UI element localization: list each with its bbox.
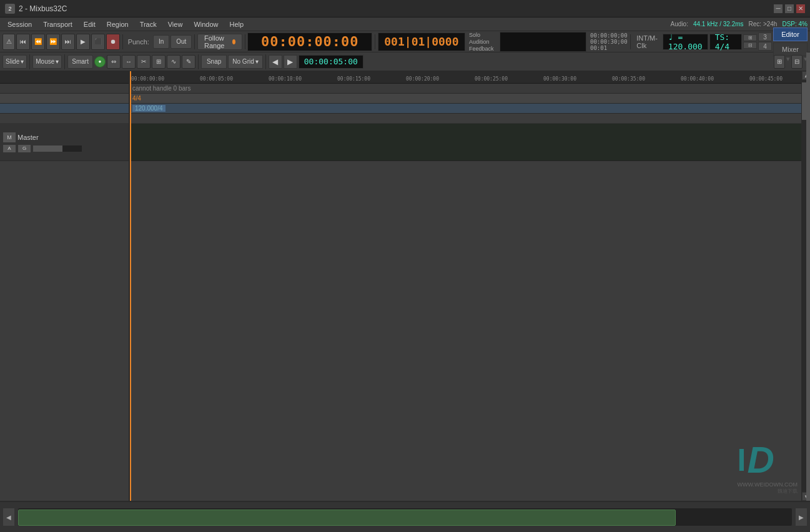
tb-btn-panic[interactable]: ⚠ [2,34,15,50]
tb-btn-back[interactable]: ⏪ [31,34,45,50]
scroll-left-arrow[interactable]: ◀ [2,508,15,526]
master-fader[interactable] [32,145,82,152]
scroll-track[interactable] [17,508,793,526]
watermark: I D WWW.WEIDOWN.COM 魏迪下载 [738,441,798,495]
tb-btn-stop[interactable]: ⬛ [91,34,105,50]
no-grid-select[interactable]: No Grid ▾ [228,55,262,69]
master-waveform-bg [130,124,801,160]
time-ruler-1: 00:00:00;00 [590,32,628,39]
watermark-logo: I D [738,441,798,479]
menu-region[interactable]: Region [102,19,134,29]
tb-btn-forward[interactable]: ⏩ [46,34,60,50]
master-top-row: M Master [2,132,82,143]
ruler-mark-0: 00:00:00:00 [131,76,164,82]
empty-track-row [130,114,801,124]
ruler-mark-5: 00:00:25:00 [475,76,508,82]
nav-next-button[interactable]: ▶ [284,55,297,69]
scroll-thumb[interactable] [18,510,676,526]
toolbar2: Slide ▾ Mouse ▾ Smart ● ⇔ ↔ ✂ ⊞ ∿ ✎ Snap… [0,52,810,71]
punch-out-button[interactable]: Out [170,35,192,49]
master-track-header: M Master A G [0,124,129,161]
menu-help[interactable]: Help [225,19,249,29]
feedback-label: Feedback [469,46,494,52]
timeline-ruler: 00:00:00:00 00:00:05:00 00:00:10:00 00:0… [130,71,801,84]
timeline-area: 00:00:00:00 00:00:05:00 00:00:10:00 00:0… [130,71,801,501]
green-mode-button[interactable]: ● [94,56,106,67]
minimize-button[interactable]: ─ [774,4,783,13]
view-btn-1[interactable]: ⊞ [774,55,785,69]
maximize-button[interactable]: □ [785,4,794,13]
separator7 [64,54,65,69]
master-g-button[interactable]: G [17,144,31,153]
num-4-button[interactable]: 4 [758,42,772,51]
mouse-mode-label: Mouse [36,58,54,65]
follow-range-label: Follow Range [204,34,230,49]
bars-beats-display: 001|01|0000 [378,32,465,51]
track-resize-handle[interactable] [806,52,810,501]
empty-track-header-1 [0,114,129,124]
main-editor: M Master A G [0,71,810,501]
punch-in-button[interactable]: In [153,35,169,49]
follow-range-indicator [232,39,235,44]
no-grid-label: No Grid [232,58,254,65]
slide-mode-select[interactable]: Slide ▾ [2,55,27,69]
watermark-i: I [738,445,746,476]
master-a-button[interactable]: A [2,144,16,153]
tool-btn-1[interactable]: ⇔ [107,55,121,69]
smart-button[interactable]: Smart [67,55,93,69]
track-headers-empty [0,161,129,501]
ts-display: TS: 4/4 [709,34,742,50]
nav-prev-button[interactable]: ◀ [269,55,282,69]
time-ruler-2: 00:00:30;00 [590,39,628,45]
num-3-button[interactable]: 3 [758,32,772,41]
master-track-name: Master [17,134,39,141]
ruler-mark-3: 00:00:15:00 [337,76,370,82]
close-button[interactable]: ✕ [796,4,805,13]
time-pos-value: 00:00:05:00 [304,57,358,66]
ruler-mark-4: 00:00:20:00 [406,76,439,82]
grid-icon-group: ⊞ ⊟ [743,34,757,49]
master-fader-fill [33,145,62,152]
tb-btn-rewind[interactable]: ⏮ [16,34,30,50]
grid-btn-bl[interactable]: ⊟ [743,42,757,49]
tb-btn-end[interactable]: ⏭ [61,34,75,50]
separator9 [265,54,266,69]
menu-edit[interactable]: Edit [79,19,101,29]
ruler-mark-2: 00:00:10:00 [269,76,302,82]
master-track-content [130,124,801,161]
editor-button[interactable]: Editor [773,27,808,41]
mouse-mode-select[interactable]: Mouse ▾ [32,55,62,69]
tool-btn-5[interactable]: ∿ [167,55,180,69]
tool-btn-4[interactable]: ⊞ [152,55,165,69]
tool-btn-2[interactable]: ↔ [122,55,136,69]
snap-button[interactable]: Snap [201,55,227,69]
menu-track[interactable]: Track [135,19,162,29]
cannot-handle-text: cannot handle 0 bars [132,85,190,92]
cannot-handle-header [0,84,129,94]
tb-btn-play[interactable]: ▶ [76,34,90,50]
scroll-right-arrow[interactable]: ▶ [795,508,808,526]
menu-session[interactable]: Session [2,19,37,29]
no-grid-arrow: ▾ [255,58,259,65]
tracks-empty-area[interactable] [130,161,801,501]
mixer-button[interactable]: Mixer [773,42,808,56]
solo-audition-panel: Solo Audition Feedback [467,32,496,52]
num-group: 3 4 [758,32,772,51]
timecode-display: 00:00:00:00 [247,32,372,51]
cannot-handle-bar: cannot handle 0 bars [130,84,801,94]
menu-transport[interactable]: Transport [38,19,77,29]
time-position-display: 00:00:05:00 [299,55,363,69]
master-mute-button[interactable]: M [2,132,16,143]
ts-value: TS: 4/4 [715,32,736,51]
view-btn-2[interactable]: ⊟ [791,55,803,69]
tb-btn-record[interactable]: ⏺ [106,34,120,50]
menu-window[interactable]: Window [189,19,223,29]
menu-view[interactable]: View [163,19,188,29]
follow-range-button[interactable]: Follow Range [197,34,242,50]
tool-btn-6[interactable]: ✎ [182,55,195,69]
grid-btn-tl[interactable]: ⊞ [743,34,757,41]
meter-track-row: 4/4 [130,94,801,104]
app-icon: 2 [5,4,15,14]
title-bar-controls: ─ □ ✕ [774,4,805,13]
tool-btn-3[interactable]: ✂ [137,55,151,69]
